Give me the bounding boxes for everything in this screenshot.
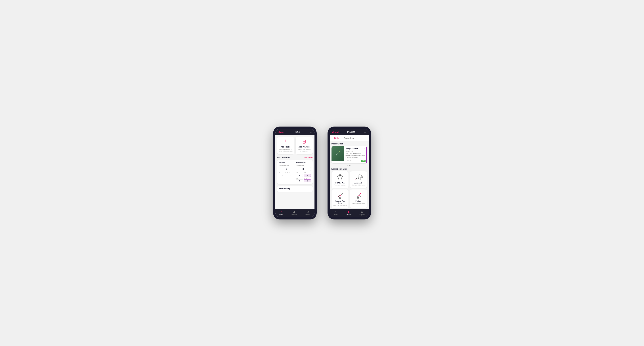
tab-bar-practice: ⌂ Home ♟ Activities ⊕ Capture: [330, 209, 369, 217]
drill-title: Wedge Ladder: [346, 148, 358, 150]
svg-point-19: [342, 176, 343, 177]
ott-stat: OTT 0: [296, 172, 303, 177]
svg-point-17: [340, 180, 340, 180]
home-content: Add Round Record your shots in fast or e…: [276, 135, 314, 209]
putt-value: 4: [304, 179, 311, 182]
practice-tab-capture[interactable]: ⊕ Capture: [360, 210, 365, 215]
svg-point-26: [359, 175, 359, 175]
wedge-ladder-card[interactable]: Wedge Ladder ☆ 50–100 yds Play 1 shot at…: [332, 146, 367, 164]
rounds-sub-stats: Tournament 0 Practice 0: [279, 172, 294, 177]
svg-point-15: [338, 179, 338, 179]
add-practice-icon: [297, 139, 311, 145]
home-header: clippd Home ☰: [276, 129, 314, 135]
add-round-card[interactable]: Add Round Record your shots in fast or e…: [277, 137, 294, 154]
svg-point-27: [360, 174, 360, 175]
putting-name: Putting: [352, 200, 366, 202]
practice-capture-icon: ⊕: [361, 210, 363, 213]
svg-point-28: [360, 174, 361, 174]
practice-capture-label: Capture: [360, 214, 365, 215]
favourites-tab[interactable]: Favourites: [342, 135, 356, 141]
carousel-dots: [332, 165, 367, 166]
skill-grid: Off The Tee Power and accuracy: [332, 171, 367, 208]
tab-activities[interactable]: ♟ Activities: [291, 210, 297, 215]
practice-drills-section: Practice Drills Drills Capture 8 OTT 0 A…: [296, 162, 311, 182]
practice-stat: Practice 0: [287, 172, 294, 177]
add-practice-card[interactable]: Add Practice Capture your practice off-t…: [296, 137, 313, 154]
skill-approach[interactable]: Approach Dial-in to hit the green: [350, 171, 367, 188]
arg-label: ARG: [296, 178, 303, 179]
last-3-months-title: Last 3 Months: [277, 156, 290, 159]
drill-badge: APP: [361, 160, 365, 162]
approach-desc: Dial-in to hit the green: [352, 184, 366, 186]
svg-point-18: [337, 176, 338, 177]
tab-bar-home: ⌂ Home ♟ Activities ⊕ Capture: [276, 209, 314, 217]
putting-icon: [354, 192, 363, 199]
tournament-stat: Tournament 0: [279, 172, 286, 177]
tab-home[interactable]: ⌂ Home: [279, 210, 283, 215]
dot-3: [350, 165, 351, 166]
logo: clippd: [278, 131, 284, 133]
off-the-tee-icon: [336, 173, 344, 181]
drill-title-row: Wedge Ladder ☆: [346, 148, 366, 150]
arg-value: 0: [296, 179, 303, 182]
activities-tab-label: Activities: [291, 214, 297, 215]
explore-title: Explore skill areas: [332, 168, 367, 170]
tab-capture[interactable]: ⊕ Capture: [305, 210, 310, 215]
approach-name: Approach: [352, 182, 366, 184]
view-activity-link[interactable]: View Activity: [304, 157, 313, 158]
practice-activities-label: Activities: [346, 214, 352, 215]
stats-card: Rounds Rounds Capture 0 Tournament 0 Pra…: [277, 160, 313, 184]
capture-tab-label: Capture: [305, 214, 310, 215]
practice-tabs-nav: Drills Favourites: [330, 135, 369, 141]
dot-2: [349, 165, 350, 166]
putting-desc: Make and lag practice: [352, 202, 366, 204]
golf-bag-title: My Golf Bag: [279, 188, 290, 190]
practice-value: 0: [287, 174, 294, 177]
approach-icon: [354, 173, 363, 181]
practice-tab-activities[interactable]: ♟ Activities: [346, 210, 352, 215]
drill-shots: ○ 9 shots: [346, 160, 352, 162]
drills-tab[interactable]: Drills: [332, 135, 342, 141]
ott-value: 0: [296, 174, 303, 177]
drill-info: Wedge Ladder ☆ 50–100 yds Play 1 shot at…: [344, 146, 367, 164]
add-round-icon: [279, 139, 293, 145]
phone-practice: clippd Practice ☰ Drills Favourites Most…: [328, 127, 371, 219]
off-the-tee-name: Off The Tee: [333, 182, 347, 184]
practice-menu-icon[interactable]: ☰: [364, 131, 366, 133]
drill-thumbnail: [332, 146, 344, 161]
practice-drills-title: Practice Drills: [296, 162, 311, 164]
rounds-title: Rounds: [279, 162, 294, 164]
arg-stat: ARG 0: [296, 178, 303, 182]
app-label: APP: [304, 172, 311, 173]
action-cards-container: Add Round Record your shots in fast or e…: [277, 137, 313, 154]
practice-label: Practice: [287, 172, 294, 173]
skill-off-the-tee[interactable]: Off The Tee Power and accuracy: [332, 171, 348, 188]
capture-tab-icon: ⊕: [306, 210, 309, 213]
rounds-value: 0: [279, 167, 294, 171]
drill-desc: Play 1 shot at each target yardage. If y…: [346, 153, 366, 159]
practice-tab-home[interactable]: ⌂ Home: [334, 210, 338, 215]
putt-label: PUTT: [304, 178, 311, 179]
activity-section-header: Last 3 Months View Activity: [277, 156, 313, 159]
golf-bag-item[interactable]: My Golf Bag ›: [277, 186, 313, 192]
skill-around-the-green[interactable]: Around The Green Hone your short game: [332, 189, 348, 208]
around-the-green-desc: Hone your short game: [333, 204, 347, 206]
tournament-value: 0: [279, 174, 286, 177]
chevron-right-icon: ›: [310, 187, 310, 190]
svg-point-38: [360, 196, 361, 197]
practice-home-label: Home: [334, 214, 338, 215]
menu-icon[interactable]: ☰: [310, 131, 312, 133]
svg-point-24: [356, 179, 356, 179]
practice-content: Most Popular Wedge Ladder ☆: [330, 141, 369, 209]
rounds-capture-label: Rounds Capture: [279, 164, 294, 166]
svg-point-14: [340, 174, 340, 175]
svg-line-23: [356, 177, 358, 179]
svg-point-22: [360, 177, 361, 177]
star-icon[interactable]: ☆: [364, 148, 366, 150]
skill-putting[interactable]: Putting Make and lag practice: [350, 189, 367, 208]
practice-home-icon: ⌂: [335, 210, 336, 213]
rounds-section: Rounds Rounds Capture 0 Tournament 0 Pra…: [279, 162, 294, 182]
dot-1: [347, 165, 348, 166]
shot-count-text: 9 shots: [347, 160, 352, 162]
app-stat: APP 4: [304, 172, 311, 177]
